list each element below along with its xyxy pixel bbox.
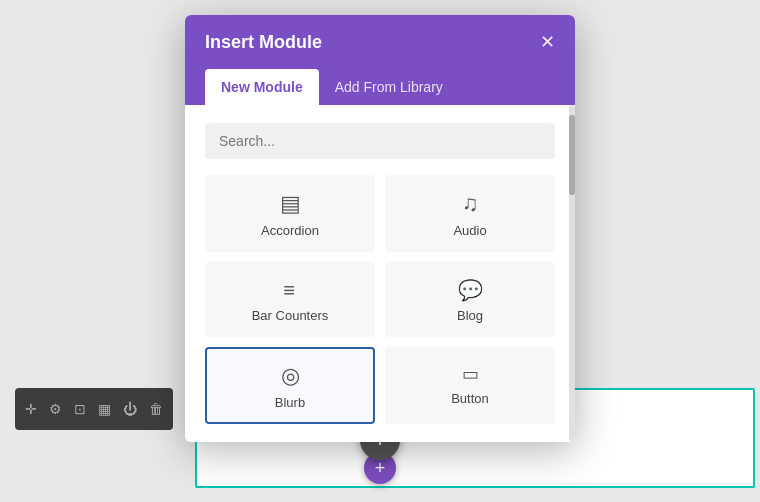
insert-module-modal: Insert Module ✕ New Module Add From Libr… — [185, 15, 575, 442]
accordion-icon: ▤ — [280, 193, 301, 215]
blurb-label: Blurb — [275, 395, 305, 410]
bottom-toolbar: ✛ ⚙ ⊡ ▦ ⏻ 🗑 — [15, 388, 173, 430]
tab-new-module[interactable]: New Module — [205, 69, 319, 105]
accordion-label: Accordion — [261, 223, 319, 238]
module-item-bar-counters[interactable]: ≡ Bar Counters — [205, 262, 375, 337]
modal-header: Insert Module ✕ — [185, 15, 575, 69]
bar-counters-label: Bar Counters — [252, 308, 329, 323]
blurb-icon: ◎ — [281, 365, 300, 387]
modal-content-wrap: ▤ Accordion ♫ Audio ≡ Bar Counters 💬 Blo… — [185, 105, 575, 442]
tab-add-from-library[interactable]: Add From Library — [319, 69, 459, 105]
modal-tabs: New Module Add From Library — [185, 69, 575, 105]
bar-counters-icon: ≡ — [283, 280, 297, 300]
blog-icon: 💬 — [458, 280, 483, 300]
module-grid: ▤ Accordion ♫ Audio ≡ Bar Counters 💬 Blo… — [205, 175, 555, 424]
modal-scrollbar[interactable] — [569, 105, 575, 442]
settings-icon[interactable]: ⚙ — [49, 401, 62, 417]
modal-body: ▤ Accordion ♫ Audio ≡ Bar Counters 💬 Blo… — [185, 105, 575, 442]
module-item-blog[interactable]: 💬 Blog — [385, 262, 555, 337]
button-label: Button — [451, 391, 489, 406]
module-item-accordion[interactable]: ▤ Accordion — [205, 175, 375, 252]
blog-label: Blog — [457, 308, 483, 323]
trash-icon[interactable]: 🗑 — [149, 401, 163, 417]
module-item-blurb[interactable]: ◎ Blurb — [205, 347, 375, 424]
audio-icon: ♫ — [462, 193, 479, 215]
move-icon[interactable]: ✛ — [25, 401, 37, 417]
module-search-input[interactable] — [205, 123, 555, 159]
modal-close-button[interactable]: ✕ — [540, 31, 555, 53]
power-icon[interactable]: ⏻ — [123, 401, 137, 417]
modal-scrollbar-thumb — [569, 115, 575, 195]
grid-icon[interactable]: ▦ — [98, 401, 111, 417]
modal-title: Insert Module — [205, 32, 322, 53]
module-item-button[interactable]: ▭ Button — [385, 347, 555, 424]
plus-icon-bottom: + — [375, 458, 386, 479]
button-icon: ▭ — [462, 365, 479, 383]
module-item-audio[interactable]: ♫ Audio — [385, 175, 555, 252]
duplicate-icon[interactable]: ⊡ — [74, 401, 86, 417]
audio-label: Audio — [453, 223, 486, 238]
